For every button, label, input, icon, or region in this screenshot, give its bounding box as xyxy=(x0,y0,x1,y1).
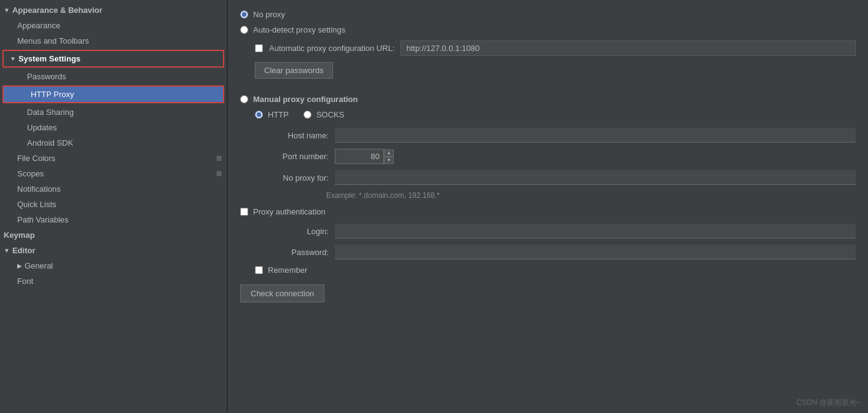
http-radio[interactable] xyxy=(255,111,263,119)
remember-checkbox[interactable] xyxy=(255,266,263,274)
proxy-auth-label: Proxy authentication xyxy=(253,207,326,216)
sidebar-item-menus-toolbars[interactable]: Menus and Toolbars xyxy=(0,33,227,49)
no-proxy-for-row: No proxy for: xyxy=(255,170,856,185)
login-input[interactable] xyxy=(335,224,856,238)
check-connection-section: Check connection xyxy=(240,285,856,302)
sidebar-section-label: Appearance & Behavior xyxy=(12,6,103,15)
auto-detect-radio[interactable] xyxy=(240,26,248,34)
socks-radio-label[interactable]: SOCKS xyxy=(303,110,345,119)
port-number-row: Port number: ▲ ▼ xyxy=(255,149,856,164)
port-up-button[interactable]: ▲ xyxy=(384,149,394,157)
sidebar-item-http-proxy[interactable]: HTTP Proxy xyxy=(4,87,223,102)
sidebar-item-scopes[interactable]: Scopes ⊞ xyxy=(0,166,227,181)
no-proxy-for-label: No proxy for: xyxy=(255,173,335,183)
port-down-button[interactable]: ▼ xyxy=(384,157,394,164)
sidebar-item-passwords[interactable]: Passwords xyxy=(0,69,227,84)
remember-row: Remember xyxy=(255,266,856,275)
proxy-auth-row: Proxy authentication xyxy=(240,207,856,216)
login-row: Login: xyxy=(255,224,856,238)
proxy-auth-checkbox[interactable] xyxy=(240,208,248,216)
host-name-label: Host name: xyxy=(255,131,335,140)
no-proxy-radio[interactable] xyxy=(240,10,248,18)
password-input[interactable] xyxy=(335,245,856,259)
sidebar-section-keymap[interactable]: Keymap xyxy=(0,227,227,243)
check-connection-button[interactable]: Check connection xyxy=(240,285,324,302)
expand-arrow-icon: ▼ xyxy=(4,7,10,14)
sidebar-item-quick-lists[interactable]: Quick Lists xyxy=(0,197,227,212)
sidebar-item-appearance[interactable]: Appearance xyxy=(0,18,227,33)
sidebar-section-appearance-behavior[interactable]: ▼ Appearance & Behavior xyxy=(0,2,227,18)
port-spinner: ▲ ▼ xyxy=(384,149,394,164)
password-row: Password: xyxy=(255,245,856,259)
file-colors-icon: ⊞ xyxy=(216,154,222,162)
host-name-input[interactable] xyxy=(335,128,856,143)
sidebar-item-font[interactable]: Font xyxy=(0,273,227,289)
sidebar-section-editor[interactable]: ▼ Editor xyxy=(0,243,227,258)
editor-section-label: Editor xyxy=(12,246,36,255)
socks-radio[interactable] xyxy=(303,111,311,119)
sidebar-item-android-sdk[interactable]: Android SDK xyxy=(0,135,227,151)
sidebar-item-path-variables[interactable]: Path Variables xyxy=(0,212,227,227)
system-settings-label: System Settings xyxy=(18,54,80,63)
no-proxy-row: No proxy xyxy=(240,10,856,19)
sidebar-item-notifications[interactable]: Notifications xyxy=(0,181,227,197)
host-name-row: Host name: xyxy=(255,128,856,143)
manual-proxy-label: Manual proxy configuration xyxy=(253,95,358,104)
general-arrow-icon: ▶ xyxy=(17,262,22,269)
auto-proxy-config-checkbox[interactable] xyxy=(255,44,263,52)
main-content: No proxy Auto-detect proxy settings Auto… xyxy=(228,0,868,413)
auto-detect-row: Auto-detect proxy settings xyxy=(240,25,856,34)
proxy-url-input[interactable] xyxy=(401,41,856,56)
no-proxy-for-input[interactable] xyxy=(335,170,856,185)
port-input[interactable] xyxy=(335,149,384,164)
no-proxy-label[interactable]: No proxy xyxy=(240,10,285,19)
sidebar-item-updates[interactable]: Updates xyxy=(0,120,227,135)
editor-arrow-icon: ▼ xyxy=(4,247,10,254)
system-settings-arrow-icon: ▼ xyxy=(10,55,16,62)
keymap-section-label: Keymap xyxy=(4,230,35,240)
password-label: Password: xyxy=(255,248,335,257)
sidebar-item-file-colors[interactable]: File Colors ⊞ xyxy=(0,151,227,166)
sidebar-item-general[interactable]: ▶ General xyxy=(0,258,227,273)
watermark: CSDN @夜雨星光~ xyxy=(796,398,861,408)
example-text: Example: *.domain.com, 192.168.* xyxy=(326,191,856,200)
port-input-wrapper: ▲ ▼ xyxy=(335,149,394,164)
remember-label: Remember xyxy=(268,266,307,275)
port-number-label: Port number: xyxy=(255,152,335,161)
login-label: Login: xyxy=(255,227,335,236)
sidebar-item-data-sharing[interactable]: Data Sharing xyxy=(0,104,227,120)
proxy-protocol-row: HTTP SOCKS xyxy=(255,110,856,119)
http-radio-label[interactable]: HTTP xyxy=(255,110,289,119)
scopes-icon: ⊞ xyxy=(216,170,222,178)
auto-detect-label[interactable]: Auto-detect proxy settings xyxy=(240,25,345,34)
auto-proxy-config-label: Automatic proxy configuration URL: xyxy=(269,44,394,53)
auto-proxy-config-row: Automatic proxy configuration URL: xyxy=(255,41,856,56)
manual-proxy-row: Manual proxy configuration xyxy=(240,95,856,104)
sidebar-item-system-settings[interactable]: ▼ System Settings xyxy=(4,51,223,66)
sidebar: ▼ Appearance & Behavior Appearance Menus… xyxy=(0,0,227,413)
manual-proxy-radio[interactable] xyxy=(240,95,248,103)
clear-passwords-button[interactable]: Clear passwords xyxy=(255,62,333,79)
